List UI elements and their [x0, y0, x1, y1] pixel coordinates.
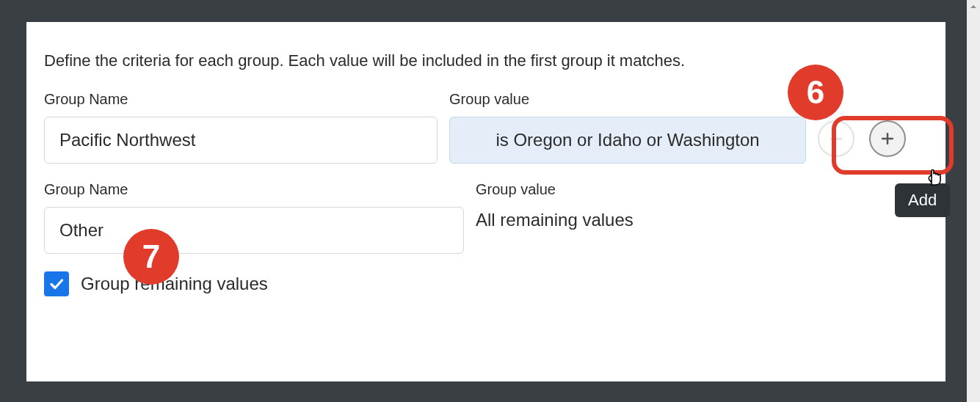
- group-row: Group Name Group value is Oregon or Idah…: [44, 91, 928, 164]
- group-remaining-checkbox[interactable]: [44, 271, 69, 296]
- group-value-text: is Oregon or Idaho or Washington: [496, 130, 759, 150]
- chevron-up-icon: [969, 2, 978, 11]
- group-value-column: Group value is Oregon or Idaho or Washin…: [449, 91, 806, 164]
- remaining-values-text: All remaining values: [476, 207, 928, 230]
- group-name-column: Group Name: [44, 91, 438, 164]
- panel-description: Define the criteria for each group. Each…: [44, 51, 928, 70]
- group-value-selector[interactable]: is Oregon or Idaho or Washington: [449, 117, 806, 164]
- group-value-column: Group value All remaining values: [476, 181, 928, 230]
- plus-icon: [879, 131, 896, 147]
- scrollbar-track[interactable]: [967, 0, 980, 402]
- add-tooltip: Add: [895, 183, 950, 217]
- group-name-input[interactable]: [44, 117, 438, 164]
- group-name-label: Group Name: [44, 91, 438, 108]
- group-name-column: Group Name: [44, 181, 464, 254]
- group-actions: [818, 117, 928, 157]
- scrollbar-up-button[interactable]: [967, 0, 980, 13]
- group-name-input[interactable]: [44, 207, 464, 254]
- add-group-button[interactable]: [869, 120, 906, 157]
- group-remaining-row: Group remaining values: [44, 271, 928, 296]
- remove-group-button[interactable]: [818, 120, 854, 157]
- group-definition-panel: Define the criteria for each group. Each…: [26, 22, 945, 381]
- svg-rect-2: [887, 133, 889, 145]
- group-remaining-label: Group remaining values: [81, 274, 268, 294]
- group-value-label: Group value: [449, 91, 806, 108]
- group-name-label: Group Name: [44, 181, 464, 198]
- group-value-label: Group value: [476, 181, 928, 198]
- check-icon: [48, 275, 65, 293]
- svg-rect-0: [830, 138, 842, 140]
- group-row: Group Name Group value All remaining val…: [44, 181, 928, 254]
- minus-icon: [828, 131, 844, 147]
